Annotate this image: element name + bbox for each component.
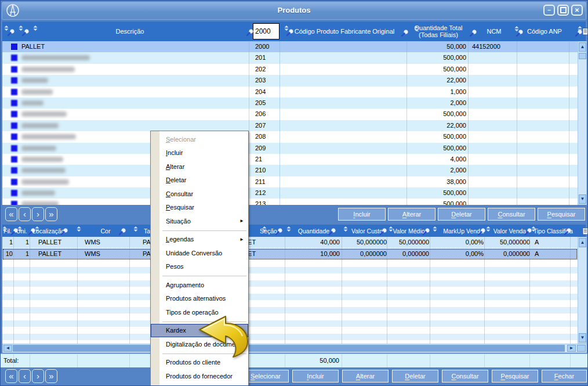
menu-item-unidade-convers-o[interactable]: Unidade Conversão <box>151 246 248 260</box>
menu-item-label: Incluir <box>166 149 183 156</box>
sort-arrows-icon[interactable] <box>77 223 81 234</box>
table-row[interactable]: 213500,000 <box>2 199 578 205</box>
nav-previous-button[interactable]: ‹ <box>19 207 31 221</box>
scroll-right-button[interactable]: ► <box>567 345 576 352</box>
table-row[interactable]: 101PALLETWMSPADRPALLET10,0000,0000000,00… <box>2 248 578 260</box>
menu-item-pesquisar[interactable]: Pesquisar <box>151 201 248 215</box>
table-row[interactable]: 201500,000 <box>2 52 578 63</box>
code-filter-input[interactable] <box>253 23 280 39</box>
stock-grid-scrollbar[interactable]: ▲ ▼ <box>578 237 587 344</box>
sort-arrows-icon[interactable] <box>486 223 491 234</box>
menu-item-digitaliza-o-de-documentos[interactable]: Digitalização de documentos <box>151 337 248 351</box>
scroll-up-button[interactable]: ▲ <box>579 238 586 247</box>
horizontal-scrollbar[interactable]: ◄ ► <box>2 344 587 353</box>
table-row[interactable]: 20722,000 <box>2 120 578 131</box>
menu-item-produtos-do-fornecedor[interactable]: Produtos do fornecedor <box>151 369 248 383</box>
col-fabricante[interactable]: Código Produto Fabricante Original <box>282 28 407 35</box>
sort-arrows-icon[interactable] <box>433 223 437 234</box>
table-row[interactable]: 20322,000 <box>2 75 578 86</box>
minimize-button[interactable]: – <box>543 5 555 16</box>
search-icon[interactable] <box>401 29 409 39</box>
pesquisar-button[interactable]: Pesquisar <box>538 208 585 221</box>
scroll-down-button[interactable]: ▼ <box>579 194 586 204</box>
pesquisar-button[interactable]: Pesquisar <box>492 370 538 383</box>
menu-item-incluir[interactable]: Incluir <box>151 146 248 160</box>
alterar-button[interactable]: Alterar <box>388 208 435 221</box>
title-bar[interactable]: Produtos – ✕ <box>2 2 586 20</box>
table-row[interactable]: 202500,000 <box>2 64 578 75</box>
deletar-button[interactable]: Deletar <box>438 208 485 221</box>
sort-arrows-icon[interactable] <box>19 23 23 33</box>
grid-layout-icon[interactable] <box>582 227 588 237</box>
alterar-button[interactable]: Alterar <box>342 370 389 383</box>
table-row[interactable]: 2102,000 <box>2 165 578 176</box>
fechar-button[interactable]: Fechar <box>542 370 587 383</box>
nav-previous-button[interactable]: ‹ <box>19 369 31 383</box>
sort-arrows-icon[interactable] <box>514 23 519 34</box>
cell-fil: 1 <box>3 239 13 246</box>
sort-arrows-icon[interactable] <box>2 223 7 234</box>
table-row[interactable]: 212500,000 <box>2 187 578 199</box>
table-row[interactable]: 11PALLETWMSPADRPALLET40,00050,00000050,0… <box>2 237 578 248</box>
table-row[interactable]: 2041,000 <box>2 86 578 98</box>
nav-next-button[interactable]: › <box>32 369 44 383</box>
products-grid-scrollbar[interactable]: ▲ ▼ <box>578 41 587 205</box>
selecionar-button[interactable]: Selecionar <box>242 370 289 383</box>
menu-item-produtos-alternativos[interactable]: Produtos alternativos <box>151 292 248 306</box>
sort-arrows-icon[interactable] <box>33 23 38 33</box>
scroll-left-button[interactable]: ◄ <box>3 345 12 352</box>
search-icon[interactable] <box>246 28 254 39</box>
sort-arrows-icon[interactable] <box>4 23 9 33</box>
menu-item-legendas[interactable]: Legendas► <box>151 233 248 247</box>
menu-item-alterar[interactable]: Alterar <box>151 160 248 174</box>
maximize-button[interactable] <box>557 5 569 16</box>
sort-arrows-icon[interactable] <box>17 223 22 234</box>
menu-item-deletar[interactable]: Deletar <box>151 174 248 187</box>
sort-arrows-icon[interactable] <box>531 223 536 234</box>
menu-item-produtos-do-cliente[interactable]: Produtos do cliente <box>151 356 248 370</box>
table-row[interactable]: 21138,000 <box>2 176 578 187</box>
nav-first-button[interactable]: « <box>5 207 17 221</box>
menu-item-consultar[interactable]: Consultar <box>151 187 248 201</box>
deletar-button[interactable]: Deletar <box>392 370 438 383</box>
scroll-thumb[interactable] <box>13 345 565 352</box>
table-row[interactable]: PALLET200050,00044152000 <box>2 41 578 52</box>
col-descricao[interactable]: Descrição <box>20 28 240 35</box>
col-localiza-o[interactable]: Localização <box>32 228 79 235</box>
col-anp[interactable]: Código ANP <box>520 28 569 35</box>
sort-arrows-icon[interactable] <box>284 23 289 33</box>
scroll-down-button[interactable]: ▼ <box>579 333 586 342</box>
nav-next-button[interactable]: › <box>32 207 44 221</box>
close-button[interactable]: ✕ <box>571 5 583 16</box>
scroll-thumb[interactable] <box>579 53 586 59</box>
table-row[interactable]: 208500,000 <box>2 131 578 142</box>
sort-arrows-icon[interactable] <box>343 223 348 234</box>
sort-arrows-icon[interactable] <box>286 223 291 234</box>
sort-arrows-icon[interactable] <box>389 223 393 234</box>
nav-first-button[interactable]: « <box>5 369 17 383</box>
sort-arrows-icon[interactable] <box>133 223 138 234</box>
menu-item-agrupamento[interactable]: Agrupamento <box>151 278 248 292</box>
menu-item-kardex[interactable]: Kardex <box>151 324 248 338</box>
nav-last-button[interactable]: » <box>45 207 57 221</box>
menu-item-pesos[interactable]: Pesos <box>151 260 248 274</box>
consultar-button[interactable]: Consultar <box>488 208 535 221</box>
nav-last-button[interactable]: » <box>45 369 57 383</box>
incluir-button[interactable]: Incluir <box>292 370 339 383</box>
grid-layout-icon[interactable] <box>582 27 588 38</box>
incluir-button[interactable]: Incluir <box>338 208 386 221</box>
search-icon[interactable] <box>469 29 477 39</box>
consultar-button[interactable]: Consultar <box>442 370 488 383</box>
menu-item-situa-o[interactable]: Situação► <box>151 214 248 228</box>
menu-item-tipos-de-opera-o[interactable]: Tipos de operação <box>151 305 248 319</box>
col-ncm[interactable]: NCM <box>472 28 516 35</box>
sort-arrows-icon[interactable] <box>414 23 419 34</box>
menu-item-selecionar[interactable]: Selecionar <box>151 132 248 146</box>
table-row[interactable]: 206500,000 <box>2 109 578 120</box>
sort-arrows-icon[interactable] <box>35 223 39 234</box>
table-row[interactable]: 2052,000 <box>2 98 578 109</box>
scroll-up-button[interactable]: ▲ <box>579 42 586 52</box>
table-row[interactable]: 214,000 <box>2 154 578 165</box>
sort-arrows-icon[interactable] <box>262 223 267 234</box>
table-row[interactable]: 209500,000 <box>2 143 578 154</box>
